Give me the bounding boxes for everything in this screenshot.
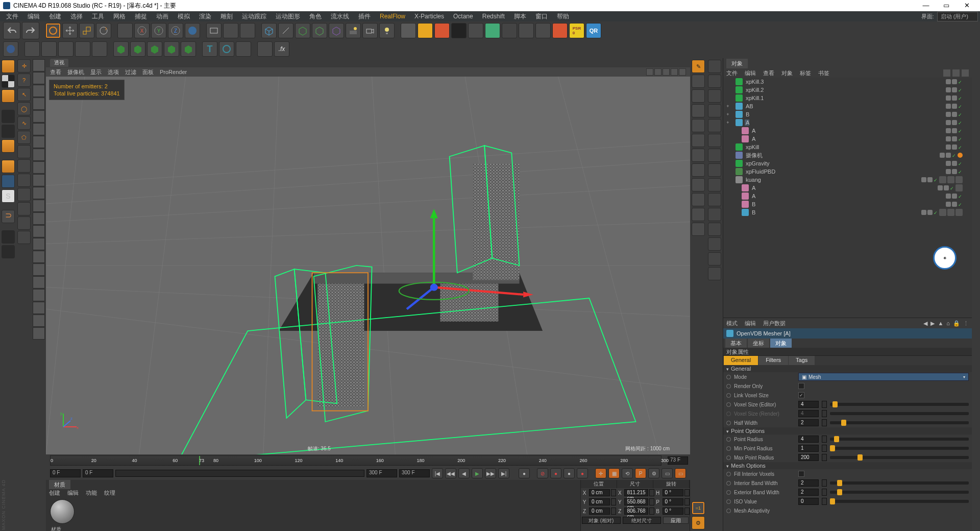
view-nav-2[interactable]	[654, 68, 662, 76]
palette-swatch[interactable]	[33, 302, 45, 314]
menu-动画[interactable]: 动画	[152, 11, 173, 22]
palette-swatch[interactable]	[33, 136, 45, 148]
object-row[interactable]: 摄像机✓	[723, 151, 972, 159]
plugin-btn-7[interactable]	[502, 23, 517, 38]
redo-button[interactable]	[22, 22, 39, 39]
group-general[interactable]: General	[723, 365, 972, 372]
subtab-tags[interactable]: Tags	[789, 356, 815, 365]
max-point-spinner[interactable]	[822, 454, 827, 461]
menu-RealFlow[interactable]: RealFlow	[376, 12, 409, 21]
menu-选择[interactable]: 选择	[66, 11, 87, 22]
object-manager-tab[interactable]: 对象	[726, 59, 748, 68]
attr-tab-basic[interactable]: 基本	[725, 339, 747, 348]
rail1-b[interactable]	[692, 75, 705, 88]
rail2-btn[interactable]	[708, 163, 721, 177]
anim-mode-2[interactable]: ▦	[608, 468, 620, 478]
render-view-button[interactable]	[206, 23, 222, 38]
palette-swatch[interactable]	[33, 212, 45, 225]
group-point[interactable]: Point Options	[723, 427, 972, 435]
palette-swatch[interactable]	[33, 276, 45, 288]
texture-mode-button[interactable]	[2, 75, 15, 88]
current-frame[interactable]: 73 F	[668, 456, 688, 465]
palette-swatch[interactable]	[33, 161, 45, 174]
object-manager-button[interactable]	[41, 41, 57, 57]
obj-menu-对象[interactable]: 对象	[781, 69, 793, 77]
range-end2[interactable]: 300 F	[399, 469, 430, 477]
edit-button[interactable]	[3, 41, 18, 57]
settings-gear-icon[interactable]: ⚙	[692, 516, 705, 529]
viewport-3d[interactable]: Number of emitters: 2 Total live particl…	[46, 77, 690, 454]
rail1-e[interactable]	[692, 119, 705, 132]
live-select-button[interactable]	[45, 23, 61, 38]
palette-swatch[interactable]	[33, 123, 45, 135]
view-menu-查看[interactable]: 查看	[50, 68, 61, 76]
green-cube-5[interactable]	[181, 41, 196, 57]
obj-menu-编辑[interactable]: 编辑	[745, 69, 756, 77]
plugin-btn-3[interactable]	[434, 23, 450, 38]
object-row[interactable]: +B✓	[723, 110, 972, 118]
object-row[interactable]: +AB✓	[723, 102, 972, 110]
voxel-editor-slider[interactable]	[830, 403, 969, 406]
obj-eye-icon[interactable]	[962, 69, 969, 77]
attr-tab-coord[interactable]: 坐标	[748, 339, 769, 348]
workplane-button[interactable]	[2, 89, 15, 103]
play-back-button[interactable]: ◀	[458, 468, 470, 478]
menu-Octane[interactable]: Octane	[449, 12, 477, 21]
plugin-btn-4[interactable]	[451, 23, 467, 38]
rail2-btn[interactable]	[708, 119, 721, 132]
palette-swatch[interactable]	[33, 187, 45, 199]
attr-nav-up[interactable]: ▲	[938, 320, 943, 327]
menu-Redshift[interactable]: Redshift	[478, 12, 509, 21]
layer-tool-button[interactable]	[257, 41, 273, 57]
rotate-button[interactable]	[96, 23, 111, 38]
rail2-btn[interactable]	[708, 193, 721, 206]
autokey-button[interactable]: ⊘	[537, 468, 548, 478]
render-region-button[interactable]	[223, 23, 238, 38]
plugin-btn-9[interactable]	[535, 23, 551, 38]
content-browser-button[interactable]	[24, 41, 40, 57]
view-menu-显示[interactable]: 显示	[90, 68, 102, 76]
axis-priority-icon[interactable]: =1	[692, 501, 705, 515]
coord-input[interactable]: 0 cm	[589, 508, 610, 515]
menu-帮助[interactable]: 帮助	[553, 11, 573, 22]
mat-menu-纹理[interactable]: 纹理	[104, 489, 115, 497]
palette-swatch[interactable]	[33, 110, 45, 123]
tool-10[interactable]	[17, 188, 31, 201]
nurbs-button[interactable]	[295, 23, 310, 38]
polygon-mode-button[interactable]	[2, 139, 15, 153]
point-mode-button[interactable]	[2, 110, 15, 123]
link-voxel-checkbox[interactable]	[798, 392, 804, 398]
plugin-btn-5[interactable]	[468, 23, 483, 38]
palette-swatch[interactable]	[33, 225, 45, 237]
lock-button[interactable]	[2, 230, 15, 244]
rail2-btn[interactable]	[708, 223, 721, 236]
palette-swatch[interactable]	[33, 200, 45, 212]
palette-swatch[interactable]	[33, 174, 45, 186]
tweak-button[interactable]	[2, 175, 15, 188]
vertical-tab-strip[interactable]	[972, 58, 980, 531]
view-menu-面板[interactable]: 面板	[142, 68, 154, 76]
menu-雕刻[interactable]: 雕刻	[216, 11, 237, 22]
key-pos-button[interactable]: ●	[550, 468, 561, 478]
object-row[interactable]: A✓	[723, 184, 972, 192]
environment-button[interactable]	[346, 23, 361, 38]
mode-dropdown[interactable]: ▣Mesh	[798, 373, 969, 381]
axis-z-toggle[interactable]: Z	[168, 23, 183, 38]
prev-key-button[interactable]: ◀◀	[445, 468, 456, 478]
min-point-input[interactable]: 1	[798, 445, 819, 452]
green-cube-1[interactable]	[113, 41, 129, 57]
menu-插件[interactable]: 插件	[354, 11, 375, 22]
render-only-checkbox[interactable]	[798, 383, 804, 389]
scale-button[interactable]	[79, 23, 94, 38]
material-preview[interactable]	[50, 499, 75, 524]
half-width-slider[interactable]	[830, 421, 969, 424]
group-mesh[interactable]: Mesh Options	[723, 462, 972, 469]
viewport-tab[interactable]: 透视	[50, 59, 68, 67]
range-end[interactable]: 300 F	[366, 469, 397, 477]
tool-13[interactable]	[17, 231, 31, 244]
subtab-filters[interactable]: Filters	[758, 356, 788, 365]
rail2-btn[interactable]	[708, 237, 721, 251]
max-point-input[interactable]: 200	[798, 454, 819, 461]
object-row[interactable]: B✓	[723, 208, 972, 216]
exterior-band-spinner[interactable]	[822, 489, 827, 496]
